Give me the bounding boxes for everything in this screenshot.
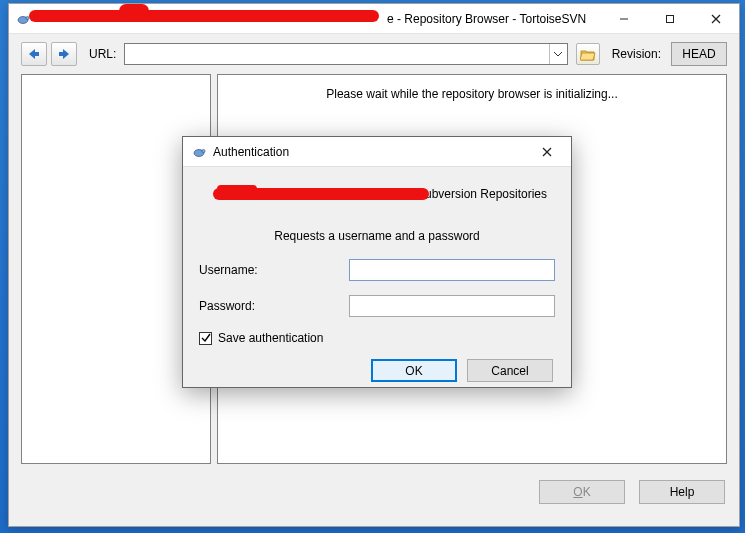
svg-rect-6 (34, 52, 39, 56)
dialog-buttons: OK Cancel (199, 359, 555, 382)
password-input[interactable] (349, 295, 555, 317)
svg-rect-7 (59, 52, 64, 56)
dialog-close-button[interactable] (527, 137, 567, 166)
url-combobox[interactable] (124, 43, 567, 65)
revision-head-button[interactable]: HEAD (671, 42, 727, 66)
save-auth-checkbox[interactable] (199, 332, 212, 345)
revision-label: Revision: (612, 47, 661, 61)
bottom-bar: OK Help (9, 464, 739, 504)
redacted-repo-host (217, 185, 257, 193)
save-auth-label: Save authentication (218, 331, 323, 345)
help-button[interactable]: Help (639, 480, 725, 504)
url-input[interactable] (125, 44, 548, 64)
dialog-body: Subversion Repositories Requests a usern… (183, 167, 571, 394)
url-label: URL: (89, 47, 116, 61)
dialog-title: Authentication (213, 145, 289, 159)
window-title: e - Repository Browser - TortoiseSVN (387, 12, 586, 26)
close-button[interactable] (693, 4, 739, 33)
ok-button: OK (539, 480, 625, 504)
redacted-title-portion (119, 4, 149, 18)
username-row: Username: (199, 259, 555, 281)
toolbar: URL: Revision: HEAD (9, 34, 739, 74)
window-controls (601, 4, 739, 33)
username-label: Username: (199, 263, 349, 277)
svg-point-9 (202, 149, 205, 152)
open-folder-button[interactable] (576, 43, 600, 65)
username-input[interactable] (349, 259, 555, 281)
repository-browser-window: e - Repository Browser - TortoiseSVN URL… (8, 3, 740, 527)
password-label: Password: (199, 299, 349, 313)
request-line: Requests a username and a password (199, 229, 555, 243)
svg-rect-3 (667, 15, 674, 22)
password-row: Password: (199, 295, 555, 317)
authentication-dialog: Authentication Subversion Repositories R… (182, 136, 572, 388)
save-auth-row: Save authentication (199, 331, 555, 345)
forward-button[interactable] (51, 42, 77, 66)
titlebar[interactable]: e - Repository Browser - TortoiseSVN (9, 4, 739, 34)
loading-message: Please wait while the repository browser… (326, 87, 617, 101)
redacted-title-portion (29, 10, 379, 22)
tortoise-icon (191, 144, 207, 160)
dialog-ok-button[interactable]: OK (371, 359, 457, 382)
chevron-down-icon[interactable] (549, 44, 567, 64)
repository-suffix: Subversion Repositories (417, 187, 547, 201)
ok-button-label: OK (573, 485, 590, 499)
back-button[interactable] (21, 42, 47, 66)
minimize-button[interactable] (601, 4, 647, 33)
repository-line: Subversion Repositories (199, 187, 555, 203)
dialog-titlebar[interactable]: Authentication (183, 137, 571, 167)
dialog-cancel-button[interactable]: Cancel (467, 359, 553, 382)
maximize-button[interactable] (647, 4, 693, 33)
